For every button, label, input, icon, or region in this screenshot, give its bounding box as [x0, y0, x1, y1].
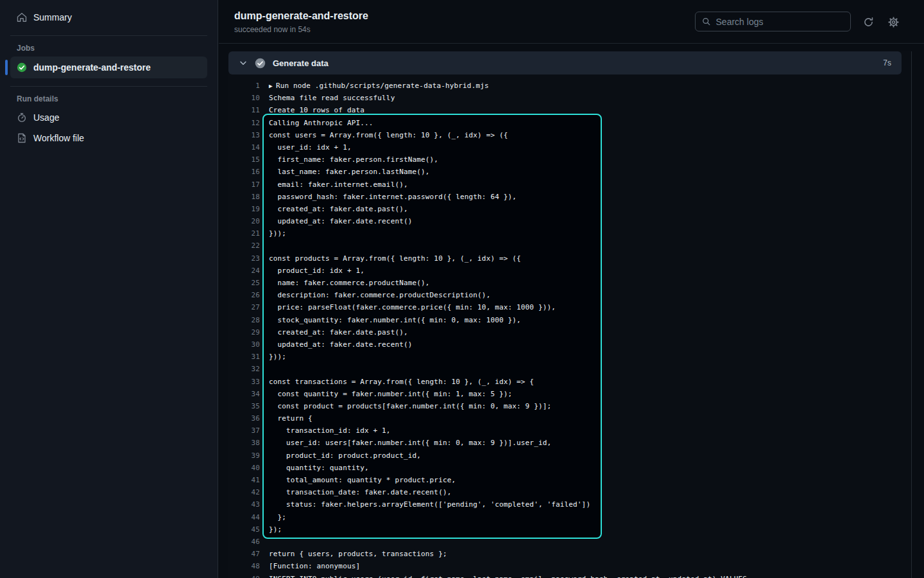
- log-line-number[interactable]: 21: [228, 227, 260, 240]
- log-line-number[interactable]: 17: [228, 179, 260, 191]
- log-line-number[interactable]: 31: [228, 351, 260, 363]
- log-line-number[interactable]: 25: [228, 277, 260, 289]
- log-line-text: Calling Anthropic API...: [269, 117, 373, 129]
- expand-command-icon[interactable]: ▶: [269, 82, 273, 89]
- log-line-number[interactable]: 45: [228, 523, 260, 536]
- log-line: 1▶Run node .github/scripts/generate-data…: [228, 80, 911, 92]
- log-line: 15 first_name: faker.person.firstName(),: [228, 153, 911, 166]
- log-line-number[interactable]: 1: [228, 80, 260, 92]
- log-line: 25 name: faker.commerce.productName(),: [228, 277, 911, 289]
- log-line-number[interactable]: 32: [228, 363, 260, 375]
- log-line-text: Create 10 rows of data: [269, 104, 364, 116]
- active-job-indicator: [5, 60, 8, 75]
- log-line-number[interactable]: 30: [228, 338, 260, 351]
- log-line-number[interactable]: 36: [228, 412, 260, 425]
- log-line-number[interactable]: 35: [228, 400, 260, 412]
- log-line: 41 total_amount: quantity * product.pric…: [228, 474, 911, 486]
- sidebar-usage-label: Usage: [33, 112, 59, 123]
- log-line-number[interactable]: 44: [228, 511, 260, 523]
- sidebar-summary-label: Summary: [33, 12, 72, 22]
- log-line-text: const products = Array.from({ length: 10…: [269, 252, 521, 265]
- sidebar: Summary Jobs dump-generate-and-restore R…: [0, 0, 218, 578]
- log-line-number[interactable]: 28: [228, 314, 260, 326]
- log-line-number[interactable]: 24: [228, 265, 260, 277]
- log-line-text: return {: [269, 412, 312, 425]
- file-code-icon: [17, 133, 27, 143]
- log-line-number[interactable]: 41: [228, 474, 260, 486]
- log-line: 45});: [228, 523, 911, 536]
- log-line: 34 const quantity = faker.number.int({ m…: [228, 388, 911, 400]
- log-line: 23const products = Array.from({ length: …: [228, 252, 911, 265]
- log-line-number[interactable]: 16: [228, 166, 260, 178]
- log-line: 14 user_id: idx + 1,: [228, 141, 911, 153]
- chevron-down-icon[interactable]: [239, 58, 248, 67]
- log-line: 44 };: [228, 511, 911, 523]
- search-logs-input[interactable]: [716, 17, 844, 27]
- log-line-text: };: [269, 511, 286, 523]
- log-settings-button[interactable]: [886, 15, 900, 29]
- log-line: 36 return {: [228, 412, 911, 425]
- log-line-text: status: faker.helpers.arrayElement(['pen…: [269, 498, 590, 511]
- log-line-number[interactable]: 18: [228, 191, 260, 203]
- jobs-section-label: Jobs: [10, 44, 207, 53]
- log-line-number[interactable]: 13: [228, 129, 260, 141]
- job-status-text: succeeded now in 54s: [234, 25, 311, 34]
- log-line-text: });: [269, 523, 282, 536]
- log-line-number[interactable]: 22: [228, 240, 260, 252]
- log-line-number[interactable]: 26: [228, 289, 260, 301]
- log-line-text: [Function: anonymous]: [269, 560, 360, 572]
- log-line: 19 created_at: faker.date.past(),: [228, 203, 911, 215]
- refresh-icon: [863, 17, 874, 28]
- log-line-number[interactable]: 39: [228, 450, 260, 462]
- log-line-text: name: faker.commerce.productName(),: [269, 277, 430, 289]
- log-line-number[interactable]: 33: [228, 376, 260, 388]
- log-line: 49INSERT INTO public.users (user_id, fir…: [228, 573, 911, 578]
- success-check-icon: [17, 62, 27, 73]
- log-line-number[interactable]: 27: [228, 301, 260, 313]
- log-line-number[interactable]: 29: [228, 326, 260, 338]
- log-line-text: const transactions = Array.from({ length…: [269, 376, 534, 388]
- refresh-logs-button[interactable]: [861, 15, 875, 29]
- log-line-number[interactable]: 47: [228, 548, 260, 560]
- log-line-number[interactable]: 43: [228, 498, 260, 511]
- log-line: 37 transaction_id: idx + 1,: [228, 425, 911, 437]
- log-line: 28 stock_quantity: faker.number.int({ mi…: [228, 314, 911, 326]
- sidebar-item-workflow-file[interactable]: Workflow file: [10, 128, 207, 148]
- log-line-number[interactable]: 37: [228, 425, 260, 437]
- sidebar-item-summary[interactable]: Summary: [10, 7, 207, 28]
- log-line-number[interactable]: 34: [228, 388, 260, 400]
- log-line-text: last_name: faker.person.lastName(),: [269, 166, 430, 178]
- log-line: 35 const product = products[faker.number…: [228, 400, 911, 412]
- log-line-number[interactable]: 42: [228, 486, 260, 498]
- log-line-number[interactable]: 49: [228, 573, 260, 578]
- log-line: 46: [228, 536, 911, 548]
- sidebar-item-job[interactable]: dump-generate-and-restore: [10, 57, 207, 78]
- log-line-number[interactable]: 14: [228, 141, 260, 153]
- log-line-number[interactable]: 46: [228, 536, 260, 548]
- log-line-text: updated_at: faker.date.recent(): [269, 338, 413, 351]
- page-title: dump-generate-and-restore: [234, 10, 368, 22]
- log-line: 47return { users, products, transactions…: [228, 548, 911, 560]
- log-line-number[interactable]: 10: [228, 92, 260, 104]
- log-line-number[interactable]: 23: [228, 252, 260, 265]
- log-line-number[interactable]: 20: [228, 215, 260, 227]
- step-header-generate-data[interactable]: Generate data 7s: [228, 51, 902, 74]
- log-line: 17 email: faker.internet.email(),: [228, 179, 911, 191]
- log-line-number[interactable]: 38: [228, 437, 260, 449]
- log-line-number[interactable]: 40: [228, 462, 260, 474]
- log-line: 22: [228, 240, 911, 252]
- log-line: 32: [228, 363, 911, 375]
- run-details-section-label: Run details: [10, 94, 207, 103]
- log-line-number[interactable]: 11: [228, 104, 260, 116]
- log-line-number[interactable]: 48: [228, 560, 260, 572]
- log-line-number[interactable]: 15: [228, 153, 260, 166]
- sidebar-item-usage[interactable]: Usage: [10, 107, 207, 128]
- log-line-number[interactable]: 19: [228, 203, 260, 215]
- job-header: dump-generate-and-restore succeeded now …: [219, 0, 924, 44]
- log-line-text: description: faker.commerce.productDescr…: [269, 289, 490, 301]
- log-line: 13const users = Array.from({ length: 10 …: [228, 129, 911, 141]
- log-line-text: }));: [269, 227, 286, 240]
- log-line-number[interactable]: 12: [228, 117, 260, 129]
- log-line: 10Schema file read successfully: [228, 92, 911, 104]
- search-logs-box[interactable]: [695, 12, 851, 31]
